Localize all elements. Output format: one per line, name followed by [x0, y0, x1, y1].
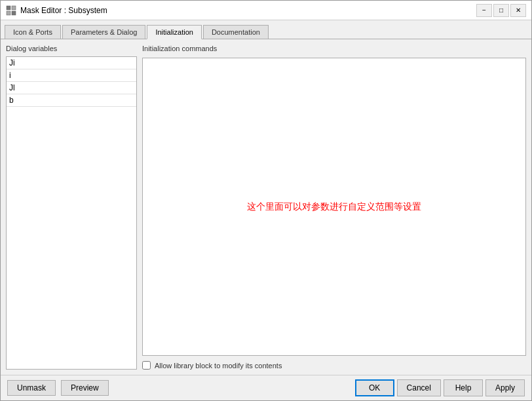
apply-button[interactable]: Apply: [485, 379, 525, 396]
bottom-left-buttons: Unmask Preview: [7, 380, 109, 396]
window-icon: [6, 5, 16, 16]
preview-button[interactable]: Preview: [61, 380, 109, 396]
title-controls: − □ ✕: [476, 4, 526, 17]
tab-parameters-dialog[interactable]: Parameters & Dialog: [62, 25, 146, 39]
window-title: Mask Editor : Subsystem: [20, 6, 107, 15]
bottom-right-buttons: OK Cancel Help Apply: [355, 379, 525, 396]
init-commands-title: Initialization commands: [142, 45, 526, 52]
svg-rect-2: [7, 11, 10, 15]
left-panel: Dialog variables JiiJlb: [6, 45, 137, 370]
right-panel: Initialization commands 这个里面可以对参数进行自定义范围…: [142, 45, 526, 370]
minimize-button[interactable]: −: [476, 4, 492, 17]
unmask-button[interactable]: Unmask: [7, 380, 56, 396]
main-content: Dialog variables JiiJlb Initialization c…: [1, 39, 531, 375]
init-commands-input[interactable]: [143, 58, 525, 355]
title-bar: Mask Editor : Subsystem − □ ✕: [1, 1, 531, 20]
mask-editor-window: Mask Editor : Subsystem − □ ✕ Icon & Por…: [0, 0, 532, 401]
library-block-checkbox[interactable]: [142, 361, 151, 370]
close-button[interactable]: ✕: [510, 4, 526, 17]
title-bar-left: Mask Editor : Subsystem: [6, 5, 107, 16]
maximize-button[interactable]: □: [493, 4, 509, 17]
list-item[interactable]: i: [7, 69, 136, 82]
tab-bar: Icon & Ports Parameters & Dialog Initial…: [1, 20, 531, 39]
init-commands-area[interactable]: 这个里面可以对参数进行自定义范围等设置: [142, 58, 526, 356]
tab-documentation[interactable]: Documentation: [203, 25, 269, 39]
cancel-button[interactable]: Cancel: [397, 379, 441, 396]
bottom-bar: Unmask Preview OK Cancel Help Apply: [1, 375, 531, 400]
ok-button[interactable]: OK: [355, 379, 394, 396]
dialog-variables-list: JiiJlb: [6, 56, 137, 370]
list-item[interactable]: b: [7, 94, 136, 107]
tab-initialization[interactable]: Initialization: [147, 25, 201, 39]
library-block-checkbox-row: Allow library block to modify its conten…: [142, 361, 526, 370]
dialog-variables-title: Dialog variables: [6, 45, 137, 52]
help-button[interactable]: Help: [444, 379, 483, 396]
svg-rect-0: [7, 6, 10, 10]
tab-icon-ports[interactable]: Icon & Ports: [5, 25, 61, 39]
list-item[interactable]: Ji: [7, 57, 136, 69]
svg-rect-3: [12, 11, 16, 15]
svg-rect-1: [12, 6, 16, 10]
library-block-label: Allow library block to modify its conten…: [155, 362, 282, 370]
list-item[interactable]: Jl: [7, 82, 136, 94]
